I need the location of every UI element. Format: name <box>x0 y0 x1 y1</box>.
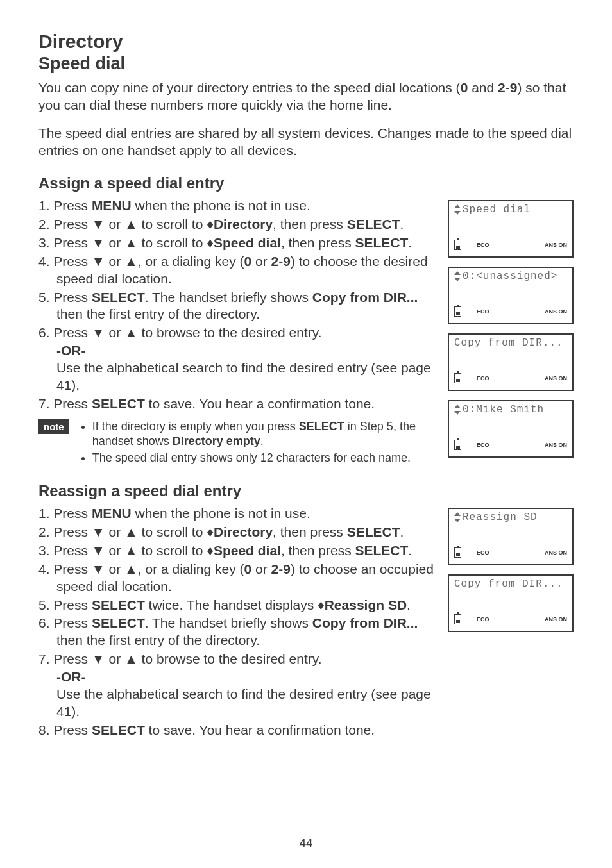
note-item-2: The speed dial entry shows only 12 chara… <box>92 451 438 465</box>
updown-icon: ♦ <box>207 543 214 558</box>
assign-steps: Press MENU when the phone is not in use.… <box>38 197 438 342</box>
assign-step-3: Press ▼ or ▲ to scroll to ♦Speed dial, t… <box>38 235 438 252</box>
reassign-step-4: Press ▼ or ▲, or a dialing key (0 or 2-9… <box>38 561 438 596</box>
assign-step-4: Press ▼ or ▲, or a dialing key (0 or 2-9… <box>38 253 438 288</box>
reassign-step-6: Press SELECT. The handset briefly shows … <box>38 615 438 649</box>
battery-icon <box>454 614 461 624</box>
lcd-screen-unassigned: 0:<unassigned> ECOANS ON <box>448 267 574 324</box>
reassign-step-1: Press MENU when the phone is not in use. <box>38 505 438 522</box>
lcd-screen-reassign-sd: Reassign SD ECOANS ON <box>448 508 574 565</box>
assign-heading: Assign a speed dial entry <box>38 174 574 192</box>
assign-step-6: Press ▼ or ▲ to browse to the desired en… <box>38 324 438 342</box>
battery-icon <box>454 373 461 383</box>
updown-icon <box>454 271 461 281</box>
battery-icon <box>454 306 461 317</box>
intro-paragraph-2: The speed dial entries are shared by all… <box>38 124 574 160</box>
updown-icon: ♦ <box>207 217 214 231</box>
reassign-step-2: Press ▼ or ▲ to scroll to ♦Directory, th… <box>38 524 438 541</box>
or-divider: -OR- <box>56 669 438 685</box>
reassign-steps-cont: Press SELECT to save. You hear a confirm… <box>38 722 438 739</box>
reassign-step-8: Press SELECT to save. You hear a confirm… <box>38 722 438 739</box>
reassign-step-3: Press ▼ or ▲ to scroll to ♦Speed dial, t… <box>38 542 438 560</box>
assign-step-6b: Use the alphabetical search to find the … <box>56 360 438 394</box>
note-block: note If the directory is empty when you … <box>38 419 438 467</box>
reassign-step-5: Press SELECT twice. The handset displays… <box>38 597 438 614</box>
assign-step-1: Press MENU when the phone is not in use. <box>38 197 438 215</box>
lcd-screen-copy-from-dir: Copy from DIR... ECOANS ON <box>448 333 574 391</box>
reassign-heading: Reassign a speed dial entry <box>38 482 574 500</box>
assign-steps-cont: Press SELECT to save. You hear a confirm… <box>38 396 438 413</box>
lcd-screen-copy-from-dir-2: Copy from DIR... ECOANS ON <box>448 574 574 632</box>
subsection-title: Speed dial <box>38 54 574 74</box>
updown-icon: ♦ <box>207 235 214 250</box>
lcd-screen-mike-smith: 0:Mike Smith ECOANS ON <box>448 400 574 458</box>
updown-icon: ♦ <box>318 597 325 612</box>
assign-step-7: Press SELECT to save. You hear a confirm… <box>38 396 438 413</box>
updown-icon <box>454 204 461 215</box>
lcd-screen-speed-dial: Speed dial ECOANS ON <box>448 200 574 258</box>
section-title: Directory <box>38 31 574 53</box>
page-number: 44 <box>0 836 612 850</box>
battery-icon <box>454 240 461 250</box>
battery-icon <box>454 440 461 450</box>
updown-icon <box>454 512 461 522</box>
assign-step-5: Press SELECT. The handset briefly shows … <box>38 289 438 324</box>
reassign-step-7: Press ▼ or ▲ to browse to the desired en… <box>38 651 438 668</box>
reassign-steps: Press MENU when the phone is not in use.… <box>38 505 438 668</box>
reassign-step-7b: Use the alphabetical search to find the … <box>56 686 438 721</box>
intro-paragraph-1: You can copy nine of your directory entr… <box>38 79 574 114</box>
updown-icon <box>454 405 461 415</box>
note-badge: note <box>38 419 69 434</box>
note-item-1: If the directory is empty when you press… <box>92 419 438 449</box>
updown-icon: ♦ <box>207 524 214 539</box>
battery-icon <box>454 547 461 558</box>
or-divider: -OR- <box>56 343 438 358</box>
assign-step-2: Press ▼ or ▲ to scroll to ♦Directory, th… <box>38 216 438 233</box>
